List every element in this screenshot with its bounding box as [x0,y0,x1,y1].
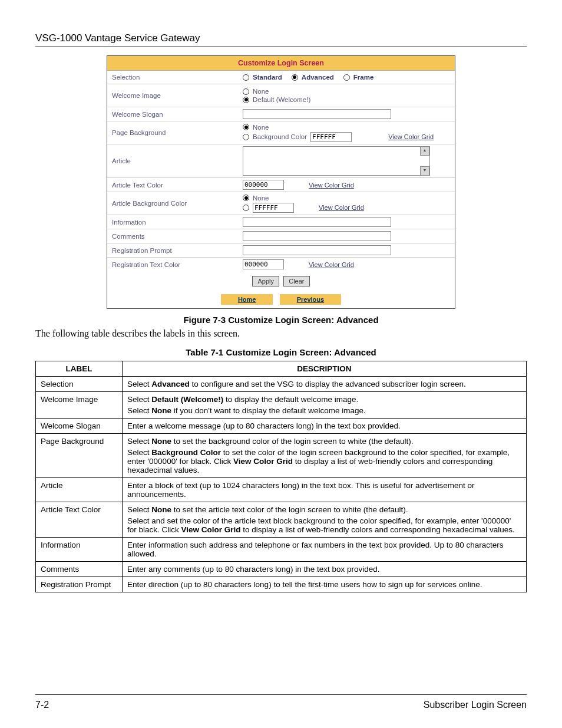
label-page-background: Page Background [107,127,239,139]
cell-label: Page Background [36,434,123,478]
input-pbg-color[interactable] [310,132,352,142]
table-row: SelectionSelect Advanced to configure an… [36,377,527,392]
row-reg-prompt: Registration Prompt [107,243,455,258]
radio-abg-color[interactable] [243,205,249,211]
cell-desc: Enter information such address and telep… [123,538,527,562]
row-page-background: Page Background None Background Color Vi… [107,121,455,144]
nav-row: Home Previous [107,292,455,308]
body-text: The following table describes the labels… [35,328,527,339]
cell-label: Article [36,478,123,502]
header-rule [35,47,527,47]
figure-caption: Figure 7-3 Customize Login Screen: Advan… [35,315,527,325]
clear-button[interactable]: Clear [283,276,309,286]
label-information: Information [107,216,239,228]
login-screen-panel: Customize Login Screen Selection Standar… [107,55,455,309]
row-welcome-slogan: Welcome Slogan [107,107,455,121]
input-reg-text-color[interactable] [243,259,284,269]
row-information: Information [107,215,455,229]
cell-label: Welcome Slogan [36,419,123,434]
panel-title: Customize Login Screen [107,56,455,71]
radio-wimg-default[interactable] [243,97,249,103]
input-article-bg-color[interactable] [253,203,294,213]
radio-standard[interactable] [243,74,249,81]
cell-label: Article Text Color [36,502,123,538]
label-reg-prompt: Registration Prompt [107,245,239,256]
radio-pbg-none[interactable] [243,124,249,130]
row-reg-text-color: Registration Text Color View Color Grid [107,258,455,271]
cell-desc: Select Advanced to configure and set the… [123,377,527,392]
table-row: CommentsEnter any comments (up to 80 cha… [36,562,527,577]
row-welcome-image: Welcome Image None Default (Welcome!) [107,84,455,107]
label-article-text-color: Article Text Color [107,179,239,191]
cell-desc: Select None to set the background color … [123,434,527,478]
row-comments: Comments [107,229,455,243]
row-article-bg-color: Article Background Color None View Color… [107,192,455,215]
th-desc: DESCRIPTION [123,361,527,377]
radio-pbg-color[interactable] [243,134,249,140]
nav-home[interactable]: Home [221,294,273,305]
cell-desc: Enter any comments (up to 80 characters … [123,562,527,577]
opt-frame: Frame [353,74,374,81]
opt-wimg-default: Default (Welcome!) [253,96,310,103]
radio-wimg-none[interactable] [243,88,249,95]
cell-desc: Enter a welcome message (up to 80 charac… [123,419,527,434]
input-welcome-slogan[interactable] [243,109,391,119]
table-row: Welcome SloganEnter a welcome message (u… [36,419,527,434]
table-row: Welcome ImageSelect Default (Welcome!) t… [36,392,527,419]
cell-label: Selection [36,377,123,392]
radio-abg-none[interactable] [243,195,249,201]
textarea-article[interactable]: ▲ ▼ [243,146,430,176]
cell-desc: Select None to set the article text colo… [123,502,527,538]
row-article-text-color: Article Text Color View Color Grid [107,178,455,192]
button-row: Apply Clear [107,271,455,292]
input-comments[interactable] [243,231,391,241]
footer-page-number: 7-2 [35,700,49,710]
cell-label: Registration Prompt [36,577,123,592]
label-article-bg-color: Article Background Color [107,197,239,209]
cell-desc: Enter direction (up to 80 characters lon… [123,577,527,592]
opt-abg-none: None [253,195,269,202]
opt-wimg-none: None [253,88,269,95]
label-selection: Selection [107,71,239,83]
table-row: ArticleEnter a block of text (up to 1024… [36,478,527,502]
label-reg-text-color: Registration Text Color [107,259,239,271]
cell-desc: Select Default (Welcome!) to display the… [123,392,527,419]
opt-advanced: Advanced [302,74,334,81]
link-rtc-viewgrid[interactable]: View Color Grid [309,261,354,268]
scroll-up-icon[interactable]: ▲ [420,146,429,156]
table-row: Registration PromptEnter direction (up t… [36,577,527,592]
nav-previous[interactable]: Previous [280,294,341,305]
description-table: LABEL DESCRIPTION SelectionSelect Advanc… [35,361,527,592]
label-welcome-slogan: Welcome Slogan [107,108,239,120]
row-article: Article ▲ ▼ [107,144,455,178]
label-comments: Comments [107,230,239,242]
cell-desc: Enter a block of text (up to 1024 charac… [123,478,527,502]
table-caption: Table 7-1 Customize Login Screen: Advanc… [35,347,527,357]
footer-section-title: Subscriber Login Screen [424,700,527,710]
table-row: InformationEnter information such addres… [36,538,527,562]
th-label: LABEL [36,361,123,377]
input-information[interactable] [243,217,391,227]
opt-pbg-none: None [253,124,269,131]
apply-button[interactable]: Apply [252,276,279,286]
label-welcome-image: Welcome Image [107,90,239,101]
table-row: Article Text ColorSelect None to set the… [36,502,527,538]
page-header-title: VSG-1000 Vantage Service Gateway [35,32,527,44]
link-pbg-viewgrid[interactable]: View Color Grid [388,133,434,140]
table-row: Page BackgroundSelect None to set the ba… [36,434,527,478]
link-atc-viewgrid[interactable]: View Color Grid [309,182,354,189]
row-selection: Selection Standard Advanced Frame [107,71,455,84]
label-article: Article [107,155,239,167]
cell-label: Welcome Image [36,392,123,419]
cell-label: Information [36,538,123,562]
radio-frame[interactable] [343,74,350,81]
input-article-text-color[interactable] [243,180,284,190]
input-reg-prompt[interactable] [243,245,391,255]
scroll-down-icon[interactable]: ▼ [420,166,429,176]
opt-pbg-color: Background Color [253,133,307,140]
radio-advanced[interactable] [292,74,298,81]
link-abg-viewgrid[interactable]: View Color Grid [319,204,364,211]
footer-rule [35,694,527,695]
opt-standard: Standard [253,74,282,81]
cell-label: Comments [36,562,123,577]
